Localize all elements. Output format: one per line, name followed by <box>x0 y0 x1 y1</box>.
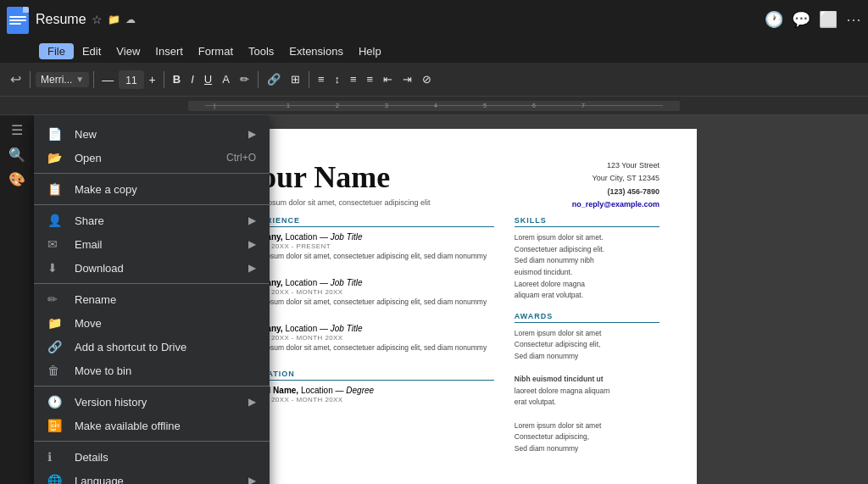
shortcut-icon: 🔗 <box>47 340 64 353</box>
open-icon: 📂 <box>47 151 64 164</box>
menu-item-email[interactable]: ✉ Email ▶ <box>34 232 270 256</box>
menu-item-download[interactable]: ⬇ Download ▶ <box>34 256 270 280</box>
file-menu-dropdown: 📄 New ▶ 📂 Open Ctrl+O 📋 Make a copy 👤 Sh… <box>34 115 270 484</box>
move-icon: 📁 <box>47 316 64 330</box>
font-size-minus[interactable]: — <box>98 71 117 88</box>
star-icon[interactable]: ☆ <box>92 13 103 26</box>
language-label: Language <box>75 475 248 485</box>
trash-label: Move to bin <box>75 364 256 377</box>
experience-section-title: EXPERIENCE <box>242 216 494 227</box>
menu-insert[interactable]: Insert <box>148 43 190 59</box>
more-icon[interactable]: ⋯ <box>846 10 861 29</box>
details-label: Details <box>75 451 256 464</box>
menu-view[interactable]: View <box>109 43 147 59</box>
new-label: New <box>75 128 248 141</box>
folder-icon[interactable]: 📁 <box>108 14 120 25</box>
image-btn[interactable]: ⊞ <box>287 71 304 87</box>
sidebar-paint-icon[interactable]: 🎨 <box>8 171 25 187</box>
share-label: Share <box>75 214 248 227</box>
font-size-display[interactable]: 11 <box>119 70 143 89</box>
open-label: Open <box>75 152 226 164</box>
shortcut-label: Add a shortcut to Drive <box>75 341 256 353</box>
sidebar-search-icon[interactable]: 🔍 <box>8 147 25 163</box>
cloud-icon[interactable]: ☁ <box>125 14 136 25</box>
align-btn[interactable]: ≡ <box>314 71 329 87</box>
doc-icon <box>7 7 29 34</box>
trash-icon: 🗑 <box>47 364 64 377</box>
menu-file[interactable]: File <box>39 43 74 59</box>
present-icon[interactable]: ⬜ <box>819 10 837 29</box>
move-label: Move <box>75 317 256 330</box>
back-icon[interactable]: ↩ <box>7 68 25 91</box>
copy-label: Make a copy <box>75 183 256 196</box>
font-size-value: 11 <box>125 75 136 86</box>
menu-item-rename[interactable]: ✏ Rename <box>34 287 270 311</box>
menu-format[interactable]: Format <box>192 43 240 59</box>
share-arrow: ▶ <box>248 214 256 226</box>
job-1: Company, Location — Job Title MONTH 20XX… <box>242 232 494 272</box>
sidebar: ☰ 🔍 🎨 <box>0 115 34 484</box>
menu-item-open[interactable]: 📂 Open Ctrl+O <box>34 146 270 170</box>
menu-item-trash[interactable]: 🗑 Move to bin <box>34 359 270 382</box>
download-arrow: ▶ <box>248 262 256 274</box>
menu-item-new[interactable]: 📄 New ▶ <box>34 122 270 146</box>
menu-item-offline[interactable]: 📴 Make available offline <box>34 414 270 437</box>
new-icon: 📄 <box>47 127 64 141</box>
skills-section-title: SKILLS <box>515 216 659 227</box>
education-section-title: EDUCATION <box>242 370 494 381</box>
link-btn[interactable]: 🔗 <box>263 71 285 87</box>
open-shortcut: Ctrl+O <box>226 152 256 164</box>
version-label: Version history <box>75 396 248 409</box>
education: School Name, Location — Degree MONTH 20X… <box>242 386 494 403</box>
numbered-list-btn[interactable]: ≡ <box>363 71 378 87</box>
email-icon: ✉ <box>47 237 64 251</box>
contact-email: no_reply@example.com <box>572 198 659 211</box>
clear-format-btn[interactable]: ⊘ <box>418 71 436 87</box>
sidebar-toc-icon[interactable]: ☰ <box>11 122 23 138</box>
menu-item-copy[interactable]: 📋 Make a copy <box>34 177 270 201</box>
menu-extensions[interactable]: Extensions <box>282 43 350 59</box>
history-icon[interactable]: 🕐 <box>765 10 783 29</box>
offline-label: Make available offline <box>75 420 256 432</box>
menu-tools[interactable]: Tools <box>242 43 281 59</box>
decrease-indent-btn[interactable]: ⇤ <box>379 71 397 87</box>
increase-indent-btn[interactable]: ⇥ <box>398 71 416 87</box>
menu-item-language[interactable]: 🌐 Language ▶ <box>34 469 270 484</box>
underline-btn[interactable]: U <box>200 71 216 87</box>
menu-edit[interactable]: Edit <box>75 43 108 59</box>
bold-btn[interactable]: B <box>169 71 185 87</box>
doc-title: Resume <box>36 12 86 27</box>
ruler: | 1 2 3 4 5 6 7 <box>0 97 868 115</box>
menu-item-version[interactable]: 🕐 Version history ▶ <box>34 390 270 414</box>
highlight-btn[interactable]: ✏ <box>236 71 253 87</box>
language-icon: 🌐 <box>47 474 64 484</box>
menu-help[interactable]: Help <box>352 43 388 59</box>
contact-phone: (123) 456-7890 <box>572 186 659 198</box>
font-dropdown-icon: ▼ <box>75 75 84 84</box>
menu-item-move[interactable]: 📁 Move <box>34 311 270 335</box>
font-size-plus[interactable]: + <box>146 71 159 88</box>
details-icon: ℹ <box>47 450 64 464</box>
menu-item-shortcut[interactable]: 🔗 Add a shortcut to Drive <box>34 335 270 359</box>
new-arrow: ▶ <box>248 128 256 140</box>
text-color-btn[interactable]: A <box>218 71 234 87</box>
doc-page: Your Name Lorem ipsum dolor sit amet, co… <box>205 129 697 484</box>
resume-contact: 123 Your Street Your City, ST 12345 (123… <box>572 159 659 211</box>
resume-name: Your Name <box>242 159 431 195</box>
download-label: Download <box>75 262 248 275</box>
language-arrow: ▶ <box>248 475 256 484</box>
menu-item-share[interactable]: 👤 Share ▶ <box>34 209 270 232</box>
job-3: Company, Location — Job Title MONTH 20XX… <box>242 324 494 364</box>
version-arrow: ▶ <box>248 396 256 408</box>
resume-subtitle: Lorem ipsum dolor sit amet, consectetuer… <box>242 198 431 207</box>
menu-item-details[interactable]: ℹ Details <box>34 445 270 469</box>
font-name: Merri... <box>41 74 72 86</box>
chat-icon[interactable]: 💬 <box>792 10 810 29</box>
font-selector[interactable]: Merri... ▼ <box>36 72 89 87</box>
list-btn[interactable]: ≡ <box>346 71 361 87</box>
contact-address: 123 Your Street <box>572 159 659 172</box>
contact-city: Your City, ST 12345 <box>572 172 659 185</box>
line-spacing-btn[interactable]: ↕ <box>330 71 344 87</box>
download-icon: ⬇ <box>47 261 64 275</box>
italic-btn[interactable]: I <box>186 71 198 87</box>
